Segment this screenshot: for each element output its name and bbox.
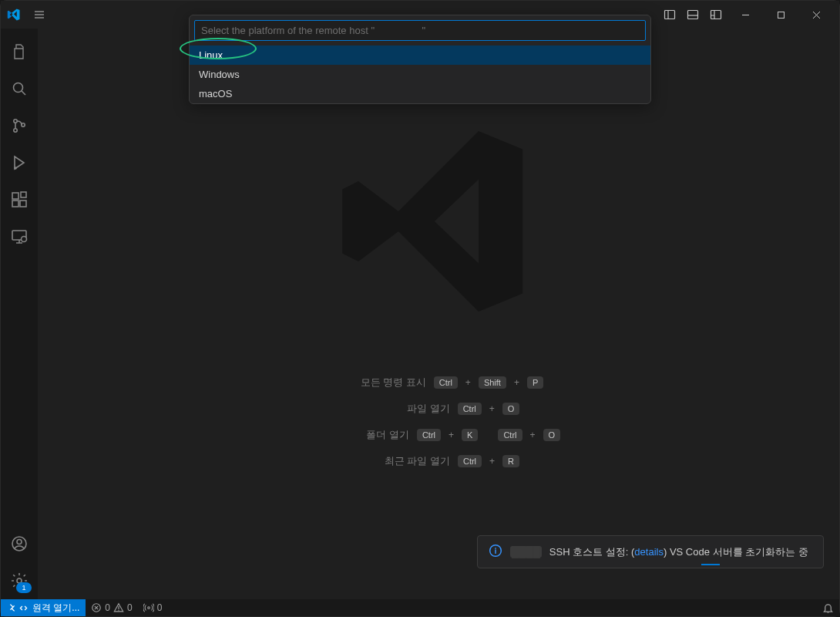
layout-sidebar-icon[interactable] <box>659 4 680 25</box>
editor-empty-area: 모든 명령 표시 Ctrl+ Shift+ P 파일 열기 Ctrl+ O 폴더… <box>38 29 839 599</box>
key-shift: Shift <box>479 376 506 389</box>
activitybar-accounts[interactable] <box>1 525 38 562</box>
vscode-app-icon <box>7 8 21 22</box>
svg-rect-9 <box>12 193 18 199</box>
activitybar-search[interactable] <box>1 70 38 107</box>
svg-point-20 <box>147 607 150 609</box>
shortcut-label: 최근 파일 열기 <box>358 454 450 468</box>
key-ctrl: Ctrl <box>417 429 441 441</box>
window-close-button[interactable] <box>799 3 833 26</box>
notification-text: SSH 호스트 설정: (details) VS Code 서버를 초기화하는 … <box>549 545 808 559</box>
svg-point-14 <box>22 237 27 242</box>
shortcut-show-commands: 모든 명령 표시 Ctrl+ Shift+ P <box>334 376 544 389</box>
key-o: O <box>502 403 520 415</box>
svg-rect-3 <box>778 12 784 18</box>
progress-indicator <box>701 564 720 565</box>
activity-bar <box>1 29 38 599</box>
svg-rect-2 <box>711 11 721 19</box>
quick-option-linux[interactable]: Linux <box>190 46 650 65</box>
svg-point-8 <box>15 167 16 169</box>
key-o: O <box>543 429 561 441</box>
info-icon <box>489 544 502 560</box>
svg-rect-0 <box>665 11 675 19</box>
remote-label: 원격 열기... <box>32 602 79 615</box>
key-p: P <box>527 376 543 389</box>
activitybar-scm[interactable] <box>1 107 38 144</box>
vscode-watermark-icon <box>338 121 539 325</box>
svg-rect-12 <box>21 192 26 197</box>
svg-point-17 <box>17 578 22 583</box>
quick-input-list: Linux Windows macOS <box>190 46 650 103</box>
redacted-host: ████ <box>510 546 542 558</box>
svg-rect-10 <box>12 201 18 207</box>
activitybar-remote-explorer[interactable] <box>1 218 38 255</box>
details-link[interactable]: details <box>634 546 664 558</box>
shortcut-open-folder: 폴더 열기 Ctrl+ K Ctrl+ O <box>317 428 560 442</box>
key-ctrl: Ctrl <box>434 376 458 389</box>
svg-point-4 <box>14 83 23 93</box>
shortcut-label: 파일 열기 <box>358 402 450 416</box>
status-ports[interactable]: 0 <box>138 599 168 616</box>
welcome-shortcuts: 모든 명령 표시 Ctrl+ Shift+ P 파일 열기 Ctrl+ O 폴더… <box>38 376 839 468</box>
layout-panel-icon[interactable] <box>682 4 704 25</box>
key-ctrl: Ctrl <box>498 429 522 441</box>
layout-customize-icon[interactable] <box>705 4 727 25</box>
quick-option-macos[interactable]: macOS <box>190 84 650 103</box>
quick-option-windows[interactable]: Windows <box>190 65 650 84</box>
activitybar-debug[interactable] <box>1 144 38 181</box>
window-minimize-button[interactable] <box>728 3 762 26</box>
notification-toast[interactable]: ████ SSH 호스트 설정: (details) VS Code 서버를 초… <box>477 535 824 568</box>
status-problems[interactable]: 0 0 <box>86 599 137 616</box>
svg-point-5 <box>14 120 17 123</box>
activitybar-settings[interactable] <box>1 562 38 599</box>
svg-point-16 <box>17 540 22 545</box>
shortcut-open-file: 파일 열기 Ctrl+ O <box>358 402 520 416</box>
svg-rect-11 <box>20 201 26 207</box>
quick-input-field[interactable] <box>194 20 646 41</box>
window-maximize-button[interactable] <box>764 3 798 26</box>
status-bar: 원격 열기... 0 0 0 <box>1 599 839 616</box>
activitybar-extensions[interactable] <box>1 181 38 218</box>
shortcut-label: 폴더 열기 <box>317 428 409 442</box>
svg-rect-1 <box>688 11 698 19</box>
shortcut-label: 모든 명령 표시 <box>334 376 426 389</box>
status-notifications-button[interactable] <box>817 602 839 614</box>
key-r: R <box>502 455 519 467</box>
remote-indicator[interactable]: 원격 열기... <box>1 599 86 616</box>
menu-button[interactable] <box>30 5 49 24</box>
quick-input-palette: Linux Windows macOS <box>189 15 651 104</box>
shortcut-open-recent: 최근 파일 열기 Ctrl+ R <box>358 454 519 468</box>
activitybar-explorer[interactable] <box>1 33 38 70</box>
svg-point-6 <box>14 129 17 132</box>
app-window: 모든 명령 표시 Ctrl+ Shift+ P 파일 열기 Ctrl+ O 폴더… <box>0 0 840 617</box>
key-ctrl: Ctrl <box>458 403 482 415</box>
key-ctrl: Ctrl <box>458 455 482 467</box>
key-k: K <box>462 429 478 441</box>
